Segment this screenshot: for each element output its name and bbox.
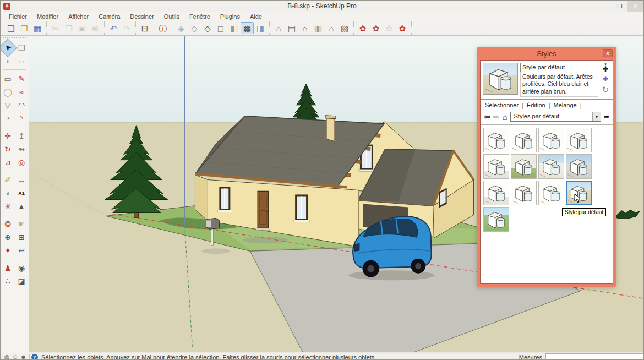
line-tool[interactable]: ✎: [15, 72, 28, 85]
three-d-text-tool[interactable]: ▲: [15, 200, 28, 213]
menu-item-aide[interactable]: Aide: [245, 13, 267, 20]
style-thumbnail-8[interactable]: [566, 154, 592, 179]
walk-tool[interactable]: ∴: [1, 275, 14, 288]
nav-forward-button[interactable]: ⇨: [493, 113, 500, 121]
component-exchange-button[interactable]: ✿: [396, 22, 409, 34]
text-tool[interactable]: A1: [15, 187, 28, 200]
cut-button[interactable]: ✂: [49, 22, 62, 34]
menu-item-dessiner[interactable]: Dessiner: [125, 13, 159, 20]
menu-item-fichier[interactable]: Fichier: [4, 13, 32, 20]
eraser-tool[interactable]: ▱: [15, 54, 28, 68]
styles-panel-close-button[interactable]: x: [603, 49, 613, 57]
tab-edition[interactable]: Édition: [526, 102, 549, 110]
view-options-button[interactable]: ➡: [604, 113, 609, 120]
tape-measure-tool[interactable]: ✐: [1, 173, 14, 187]
follow-me-tool[interactable]: ↬: [15, 143, 28, 156]
style-thumbnail-13[interactable]: [483, 207, 509, 232]
copy-button[interactable]: ❐: [62, 22, 75, 34]
back-edges-style-button[interactable]: ◇: [188, 22, 201, 34]
tab-melange[interactable]: Mélange: [553, 102, 580, 110]
save-button[interactable]: ▦: [31, 22, 44, 34]
style-thumbnail-12[interactable]: [566, 181, 592, 205]
measurements-input[interactable]: [545, 353, 643, 360]
hidden-line-style-button[interactable]: ◻: [214, 22, 227, 34]
menu-item-modifier[interactable]: Modifier: [32, 13, 63, 20]
pan-tool[interactable]: ☛: [15, 217, 28, 231]
open-file-button[interactable]: ❒: [18, 22, 31, 34]
menu-item-plugins[interactable]: Plugins: [215, 13, 245, 20]
styles-collection-dropdown[interactable]: Styles par défaut ▼: [510, 112, 601, 122]
erase-button[interactable]: ⊗: [89, 22, 102, 34]
style-thumbnail-3[interactable]: [538, 128, 564, 152]
model-viewport[interactable]: Styles x Style par défaut Couleurs par d…: [29, 36, 643, 353]
pie-tool[interactable]: ◔: [1, 112, 14, 125]
create-style-button[interactable]: ▾ ✚: [603, 63, 609, 73]
new-file-button[interactable]: ❏: [4, 22, 18, 34]
component-options-button[interactable]: ✿: [369, 22, 383, 34]
circle-tool[interactable]: ◯: [1, 85, 14, 99]
look-around-tool[interactable]: ◉: [15, 261, 28, 275]
menu-item-fenetre[interactable]: Fenêtre: [184, 13, 215, 20]
style-name-field[interactable]: Style par défaut: [520, 63, 598, 72]
redo-button[interactable]: ↷: [120, 22, 133, 34]
wireframe-style-button[interactable]: ◇: [201, 22, 214, 34]
freehand-tool[interactable]: ≈: [15, 85, 28, 99]
menu-item-outils[interactable]: Outils: [159, 13, 184, 20]
orbit-tool[interactable]: ❂: [1, 217, 14, 231]
zoom-window-tool[interactable]: ⊞: [15, 231, 28, 244]
menu-item-afficher[interactable]: Afficher: [63, 13, 94, 20]
monochrome-style-button[interactable]: ◨: [254, 22, 267, 34]
polygon-tool[interactable]: ▽: [1, 99, 14, 112]
print-button[interactable]: ⊟: [138, 22, 151, 34]
close-button[interactable]: ✕: [627, 1, 643, 12]
iso-view-button[interactable]: ⌂: [272, 22, 285, 34]
axes-tool[interactable]: ✳: [1, 200, 14, 213]
shaded-style-button[interactable]: ◧: [227, 22, 241, 34]
paste-button[interactable]: ▣: [75, 22, 89, 34]
dimension-tool[interactable]: ↔: [15, 173, 28, 187]
rotate-tool[interactable]: ↻: [1, 143, 14, 156]
sign-in-icon[interactable]: ☻: [19, 353, 28, 360]
style-thumbnail-9[interactable]: [483, 181, 509, 205]
scale-tool[interactable]: ⊿: [1, 156, 14, 169]
right-view-button[interactable]: ▥: [312, 22, 325, 34]
model-info-button[interactable]: ⓘ: [156, 22, 170, 34]
interact-component-button[interactable]: ✿: [356, 22, 369, 34]
nav-back-button[interactable]: ⇦: [484, 113, 490, 121]
back-view-button[interactable]: ⌂: [325, 22, 338, 34]
minimize-button[interactable]: –: [598, 1, 613, 12]
undo-button[interactable]: ↶: [107, 22, 120, 34]
style-thumbnail-10[interactable]: [511, 181, 537, 205]
shaded-textures-style-button[interactable]: ▩: [241, 22, 254, 34]
styles-panel-titlebar[interactable]: Styles x: [480, 47, 613, 60]
style-thumbnail-2[interactable]: [511, 128, 537, 152]
component-attributes-button[interactable]: ✿: [383, 22, 396, 34]
update-style-button[interactable]: ✚: [603, 75, 609, 83]
offset-tool[interactable]: ◎: [15, 156, 28, 169]
top-view-button[interactable]: ▤: [285, 22, 298, 34]
style-thumbnail-11[interactable]: [538, 181, 564, 205]
credits-icon[interactable]: ☺: [11, 353, 19, 360]
previous-view-tool[interactable]: ↩: [15, 244, 28, 257]
refresh-styles-button[interactable]: ↻: [602, 85, 609, 94]
move-tool[interactable]: ✛: [1, 129, 14, 143]
push-pull-tool[interactable]: ↥: [15, 129, 28, 143]
style-thumbnail-1[interactable]: [483, 128, 509, 152]
nav-home-button[interactable]: ⌂: [502, 113, 507, 121]
zoom-extents-tool[interactable]: ✦: [1, 244, 14, 257]
left-view-button[interactable]: ▧: [338, 22, 351, 34]
rectangle-tool[interactable]: ▭: [1, 72, 14, 85]
restore-button[interactable]: ❐: [613, 1, 627, 12]
two-point-arc-tool[interactable]: ◝: [15, 112, 28, 125]
style-thumbnail-4[interactable]: [566, 128, 592, 152]
help-icon[interactable]: ?: [31, 354, 38, 360]
front-view-button[interactable]: ⌂: [298, 22, 312, 34]
style-description-field[interactable]: Couleurs par défaut. Arêtes profilées. C…: [520, 72, 598, 97]
xray-style-button[interactable]: ◈: [174, 22, 188, 34]
arc-tool[interactable]: ◠: [15, 99, 28, 112]
style-thumbnail-5[interactable]: [483, 154, 509, 179]
menu-item-camera[interactable]: Caméra: [94, 13, 125, 20]
tab-selectionner[interactable]: Sélectionner: [484, 102, 522, 110]
zoom-tool[interactable]: ⊕: [1, 231, 14, 244]
dropdown-arrow-icon[interactable]: ▼: [592, 112, 601, 121]
